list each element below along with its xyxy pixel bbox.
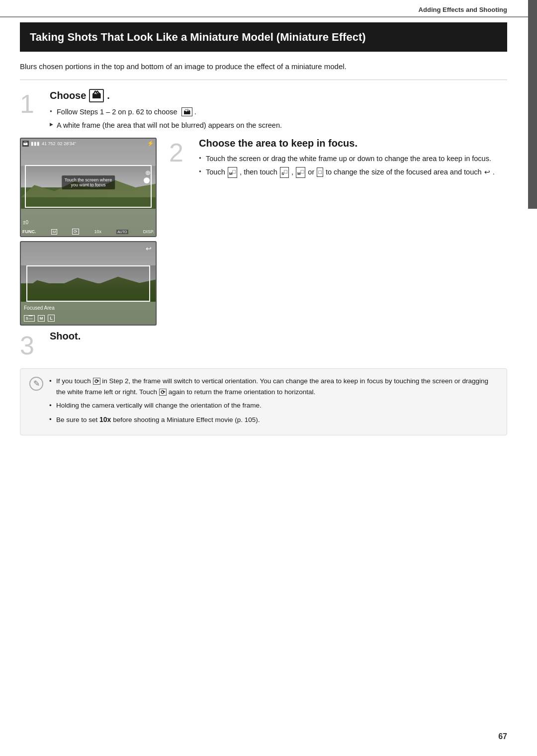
touch-text: Touch the screen whereyou want to focus — [65, 177, 112, 187]
icon-cs: S□ — [280, 167, 289, 178]
note-box: ✎ If you touch ⟳ in Step 2, the frame wi… — [20, 368, 507, 435]
size-s-icon: S — — [24, 315, 35, 322]
cam2-back-icon: ↩ — [146, 245, 152, 252]
camera-screen-2: ↩ Focused Area S — M L — [20, 241, 157, 326]
step-2-inner: Choose the area to keep in focus. Touch … — [194, 138, 507, 179]
note-rotate-icon: ⟳ — [93, 378, 100, 385]
page-number: 67 — [498, 732, 507, 741]
icon-cl: □ — [317, 168, 323, 177]
cam-top-left: 🏔 ▮▮▮ 41 752 02 28'34" — [22, 141, 76, 147]
func-label: FUNC. — [22, 229, 36, 234]
step-2-bullet-1: Touch the screen or drag the white frame… — [199, 153, 507, 164]
step-1-number: 1 — [20, 89, 45, 133]
note-content: If you touch ⟳ in Step 2, the frame will… — [49, 376, 498, 425]
right-accent-bar — [528, 0, 537, 209]
step-2-bullet-2: Touch M□ , then touch S□ , M□ or □ to ch… — [199, 167, 507, 178]
section-title-box: Taking Shots That Look Like a Miniature … — [20, 22, 507, 52]
blur2-top — [21, 242, 156, 265]
size-l-icon: L — [48, 315, 55, 322]
period: . — [107, 90, 110, 101]
rotate-icon: ⊕ — [145, 168, 151, 176]
note-item-2: Holding the camera vertically will chang… — [49, 400, 498, 411]
intro-paragraph: Blurs chosen portions in the top and bot… — [20, 61, 507, 80]
icon-cm2: M□ — [296, 167, 305, 178]
battery-icon: ▮▮▮ — [31, 141, 40, 146]
note-pencil-icon: ✎ — [29, 377, 43, 391]
step-2-row: 2 Choose the area to keep in focus. Touc… — [169, 138, 507, 179]
icon-back: ↩ — [484, 167, 490, 178]
miniature-mode-icon: 🏔 — [22, 141, 29, 147]
step-1-row: 1 Choose 🏔 . Follow Steps 1 – 2 on p. 62… — [20, 89, 507, 133]
note-list: If you touch ⟳ in Step 2, the frame will… — [49, 376, 498, 425]
camera-bottom-bar: FUNC. M ⟳ 10x AUTO DISP. — [22, 229, 154, 235]
page-header: Adding Effects and Shooting — [0, 0, 537, 17]
focused-icons-bar: S — M L — [24, 315, 55, 322]
step-1-content: Choose 🏔 . Follow Steps 1 – 2 on p. 62 t… — [45, 89, 507, 133]
step-3-title: Shoot. — [50, 331, 507, 342]
step-2-content: 2 Choose the area to keep in focus. Touc… — [169, 138, 507, 326]
main-content: Taking Shots That Look Like a Miniature … — [0, 22, 537, 455]
header-text: Adding Effects and Shooting — [419, 6, 507, 13]
step1-icon-inline: 🏔 — [181, 107, 192, 116]
step-3-content: Shoot. — [45, 331, 507, 346]
focused-frame — [26, 265, 150, 302]
miniature-icon: 🏔 — [89, 89, 104, 102]
camera-screen-1: 🏔 ▮▮▮ 41 752 02 28'34" ⚡ ⊕ Touch the scr… — [20, 138, 157, 237]
mem-icon: M — [51, 229, 58, 235]
middle-section: 🏔 ▮▮▮ 41 752 02 28'34" ⚡ ⊕ Touch the scr… — [20, 138, 507, 326]
step-2-bullets: Touch the screen or drag the white frame… — [199, 153, 507, 177]
section-title: Taking Shots That Look Like a Miniature … — [30, 30, 497, 45]
focused-area-label: Focused Area — [24, 305, 55, 311]
icon-cm: M□ — [228, 167, 237, 178]
note-10x-icon: 10x — [99, 416, 111, 423]
rotate-btn: ⟳ — [72, 229, 79, 235]
touch-info-box: Touch the screen whereyou want to focus — [62, 175, 115, 189]
date-time: 02 28'34" — [58, 141, 76, 146]
shots-count: 41 752 — [42, 141, 56, 146]
note-rotate-icon-2: ⟳ — [159, 389, 167, 396]
step-2-title: Choose the area to keep in focus. — [199, 138, 507, 149]
size-m-icon: M — [38, 315, 45, 322]
step-1-bullet-1: Follow Steps 1 – 2 on p. 62 to choose 🏔 … — [50, 106, 507, 118]
note-item-3: Be sure to set 10x before shooting a Min… — [49, 414, 498, 425]
step-1-bullets: Follow Steps 1 – 2 on p. 62 to choose 🏔 … — [50, 106, 507, 131]
auto-badge: AUTO — [116, 230, 128, 234]
zoom-level: 10x — [94, 229, 102, 234]
exposure-value: ±0 — [23, 220, 28, 225]
step-3-number: 3 — [20, 331, 45, 358]
flash-icon: ⚡ — [147, 140, 154, 147]
disp-label: DISP. — [143, 229, 154, 234]
images-column: 🏔 ▮▮▮ 41 752 02 28'34" ⚡ ⊕ Touch the scr… — [20, 138, 159, 326]
step-1-title: Choose 🏔 . — [50, 89, 507, 102]
step-3-row: 3 Shoot. — [20, 331, 507, 358]
step-2-number: 2 — [169, 138, 194, 179]
camera-top-bar: 🏔 ▮▮▮ 41 752 02 28'34" ⚡ — [22, 140, 154, 147]
step-1-bullet-2: A white frame (the area that will not be… — [50, 120, 507, 131]
note-item-1: If you touch ⟳ in Step 2, the frame will… — [49, 376, 498, 397]
